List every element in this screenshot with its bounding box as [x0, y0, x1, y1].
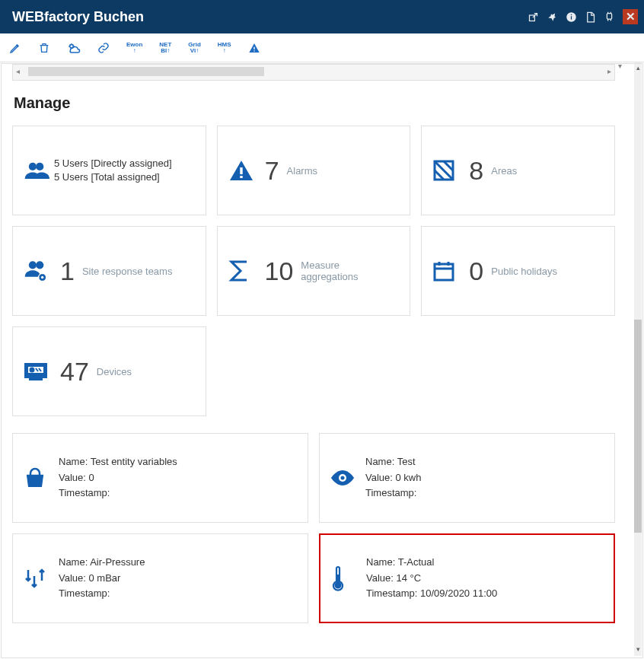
section-heading: Manage — [14, 94, 615, 112]
info-icon[interactable] — [566, 11, 577, 23]
tile-devices[interactable]: 47 Devices — [12, 326, 206, 416]
alarm-icon — [228, 159, 259, 182]
tile-areas[interactable]: 8 Areas — [421, 126, 615, 215]
toolbar: Ewon↑ NETBI↑ GridVi↑ HMS↑ — [0, 33, 644, 62]
svg-point-17 — [36, 261, 43, 269]
bag-icon — [24, 466, 59, 489]
svg-rect-27 — [30, 377, 42, 380]
hscroll-vstub: ▾ — [618, 63, 622, 70]
tile-alarms[interactable]: 7 Alarms — [217, 126, 411, 215]
horizontal-scrollbar[interactable]: ◂ ▸ ▾ — [12, 64, 615, 81]
content-area: ◂ ▸ ▾ Manage 5 Users [Directly assigned]… — [1, 63, 643, 658]
warning-icon[interactable] — [248, 42, 260, 54]
hscroll-left[interactable]: ◂ — [16, 67, 20, 75]
eye-icon — [330, 470, 365, 485]
svg-rect-3 — [571, 14, 572, 14]
tile-devices-label: Devices — [97, 366, 132, 377]
svg-rect-2 — [571, 16, 572, 19]
users-icon — [24, 160, 54, 181]
edit-icon[interactable] — [9, 42, 21, 54]
var-card-4[interactable]: Name: T-Actual Value: 14 °C Timestamp: 1… — [319, 533, 615, 623]
tile-holidays-label: Public holidays — [491, 266, 557, 277]
var-card-1-text: Name: Test entity variables Value: 0 Tim… — [59, 454, 177, 501]
svg-point-26 — [30, 368, 34, 372]
delete-icon[interactable] — [38, 42, 50, 54]
devices-icon — [24, 361, 54, 381]
window-title: WEBfactory Buchen — [12, 9, 528, 25]
svg-point-9 — [36, 163, 43, 170]
tile-users-text: 5 Users [Directly assigned] 5 Users [Tot… — [54, 157, 172, 184]
netbi-button[interactable]: NETBI↑ — [159, 42, 171, 54]
var-card-3[interactable]: Name: Air-Pressure Value: 0 mBar Timesta… — [12, 533, 308, 623]
var-card-2-text: Name: Test Value: 0 kwh Timestamp: — [365, 454, 421, 501]
svg-rect-10 — [240, 167, 242, 174]
svg-point-19 — [41, 276, 43, 279]
pdf-icon[interactable] — [585, 11, 596, 23]
link-icon[interactable] — [97, 42, 110, 54]
svg-line-15 — [444, 161, 453, 170]
plugin-icon[interactable] — [604, 11, 615, 23]
tile-devices-count: 47 — [60, 357, 89, 387]
tile-areas-count: 8 — [469, 156, 483, 186]
svg-rect-6 — [253, 46, 254, 49]
tiles-grid: 5 Users [Directly assigned] 5 Users [Tot… — [12, 126, 615, 416]
tile-areas-label: Areas — [491, 165, 517, 177]
tile-holidays[interactable]: 0 Public holidays — [421, 226, 615, 316]
teams-icon — [24, 259, 54, 282]
gridvi-button[interactable]: GridVi↑ — [188, 42, 200, 54]
weather-icon[interactable] — [67, 42, 81, 54]
svg-point-8 — [29, 163, 37, 170]
pin-icon[interactable] — [547, 11, 558, 23]
pressure-icon — [24, 567, 59, 590]
close-button[interactable]: ✕ — [623, 9, 638, 24]
svg-point-29 — [341, 476, 345, 480]
tile-alarms-count: 7 — [265, 156, 279, 186]
var-card-3-text: Name: Air-Pressure Value: 0 mBar Timesta… — [59, 555, 145, 602]
var-card-1[interactable]: Name: Test entity variables Value: 0 Tim… — [12, 433, 308, 523]
ewon-button[interactable]: Ewon↑ — [126, 42, 142, 54]
sigma-icon — [228, 259, 259, 283]
hms-button[interactable]: HMS↑ — [218, 42, 231, 54]
var-card-4-text: Name: T-Actual Value: 14 °C Timestamp: 1… — [366, 555, 497, 602]
svg-rect-4 — [607, 13, 611, 19]
svg-line-13 — [435, 161, 453, 180]
tile-teams-label: Site response teams — [82, 266, 173, 277]
titlebar-actions: ✕ — [528, 9, 638, 24]
svg-line-14 — [435, 170, 444, 180]
tile-aggregations[interactable]: 10 Measure aggregations — [217, 226, 411, 316]
var-card-2[interactable]: Name: Test Value: 0 kwh Timestamp: — [319, 433, 615, 523]
tile-teams[interactable]: 1 Site response teams — [12, 226, 206, 316]
titlebar: WEBfactory Buchen ✕ — [0, 0, 644, 33]
tile-holidays-count: 0 — [469, 256, 483, 286]
areas-icon — [432, 159, 463, 182]
popout-icon[interactable] — [528, 11, 539, 23]
svg-rect-7 — [253, 50, 254, 51]
svg-point-16 — [29, 261, 37, 269]
tile-aggs-count: 10 — [265, 256, 294, 286]
tile-users[interactable]: 5 Users [Directly assigned] 5 Users [Tot… — [12, 126, 206, 215]
thermometer-icon — [331, 565, 366, 591]
svg-rect-20 — [435, 264, 453, 280]
tile-aggs-label: Measure aggregations — [301, 259, 399, 282]
tile-teams-count: 1 — [60, 256, 75, 286]
tile-alarms-label: Alarms — [287, 165, 317, 177]
hscroll-thumb[interactable] — [28, 67, 264, 76]
hscroll-right[interactable]: ▸ — [607, 67, 611, 75]
svg-rect-11 — [240, 176, 242, 178]
calendar-icon — [432, 259, 463, 282]
variables-grid: Name: Test entity variables Value: 0 Tim… — [12, 433, 615, 623]
